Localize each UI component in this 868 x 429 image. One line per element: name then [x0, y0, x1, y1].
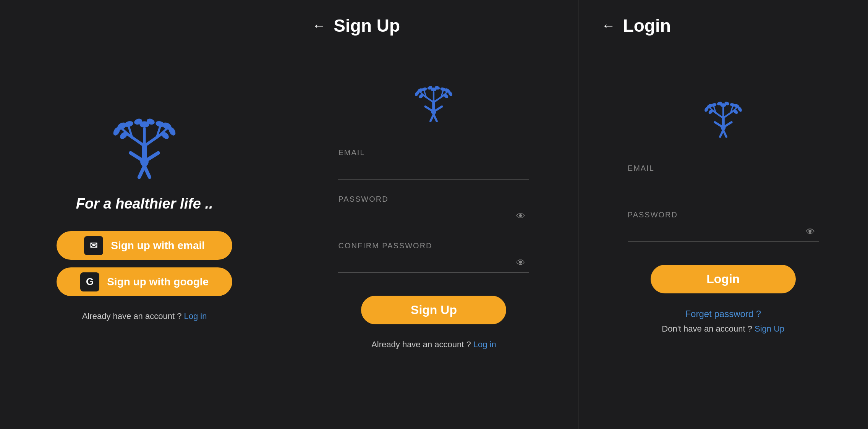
login-header: ← Login — [602, 15, 671, 36]
signup-google-label: Sign up with google — [107, 276, 209, 288]
signup-logo-tree — [411, 79, 457, 125]
signup-login-link[interactable]: Log in — [473, 340, 496, 349]
login-password-input[interactable] — [628, 224, 819, 242]
confirm-password-label: CONFIRM PASSWORD — [338, 241, 529, 250]
svg-line-52 — [723, 130, 726, 137]
password-eye-icon[interactable]: 👁 — [516, 211, 525, 222]
email-input[interactable] — [338, 162, 529, 180]
signup-title: Sign Up — [334, 15, 400, 36]
login-back-arrow-icon[interactable]: ← — [602, 18, 615, 34]
forget-password-link[interactable]: Forget password ? — [685, 309, 761, 319]
google-icon: G — [80, 272, 99, 291]
svg-line-4 — [144, 166, 150, 177]
signup-email-button[interactable]: ✉ Sign up with email — [57, 231, 232, 260]
confirm-password-input[interactable] — [338, 255, 529, 273]
signup-header: ← Sign Up — [312, 15, 400, 36]
login-panel: ← Login EMAIL PASSWORD — [579, 0, 868, 429]
password-label: PASSWORD — [338, 195, 529, 204]
login-password-field-container: PASSWORD 👁 — [628, 210, 819, 242]
login-password-eye-icon[interactable]: 👁 — [806, 227, 815, 237]
password-input[interactable] — [338, 208, 529, 226]
signup-email-label: Sign up with email — [111, 240, 205, 252]
login-link[interactable]: Log in — [184, 311, 207, 321]
tagline: For a healthier life .. — [76, 196, 213, 212]
landing-panel: For a healthier life .. ✉ Sign up with e… — [0, 0, 289, 429]
login-form: EMAIL PASSWORD 👁 Login Forget password ?… — [628, 164, 819, 334]
login-bottom-links: Forget password ? Don't have an account … — [662, 309, 784, 334]
login-password-label: PASSWORD — [628, 210, 819, 219]
confirm-password-eye-icon[interactable]: 👁 — [516, 257, 525, 268]
envelope-icon: ✉ — [84, 236, 103, 255]
login-signup-link[interactable]: Sign Up — [755, 324, 784, 333]
back-arrow-icon[interactable]: ← — [312, 18, 326, 34]
signup-submit-button[interactable]: Sign Up — [361, 296, 506, 324]
confirm-password-field-container: CONFIRM PASSWORD 👁 — [338, 241, 529, 273]
password-field-container: PASSWORD 👁 — [338, 195, 529, 226]
login-logo-tree — [700, 95, 746, 141]
email-label: EMAIL — [338, 148, 529, 157]
login-email-label: EMAIL — [628, 164, 819, 173]
login-title: Login — [623, 15, 671, 36]
logo-tree — [106, 108, 183, 184]
login-email-field-container: EMAIL — [628, 164, 819, 195]
login-email-input[interactable] — [628, 177, 819, 195]
already-account-text: Already have an account ? Log in — [82, 311, 207, 321]
signup-form: EMAIL PASSWORD 👁 CONFIRM PASSWORD 👁 Sign… — [338, 148, 529, 350]
signup-bottom-text: Already have an account ? Log in — [371, 340, 496, 350]
email-field-container: EMAIL — [338, 148, 529, 180]
signup-google-button[interactable]: G Sign up with google — [57, 267, 232, 296]
svg-line-28 — [434, 115, 437, 121]
login-submit-button[interactable]: Login — [651, 265, 796, 293]
signup-panel: ← Sign Up EMAIL PASSWORD — [289, 0, 578, 429]
